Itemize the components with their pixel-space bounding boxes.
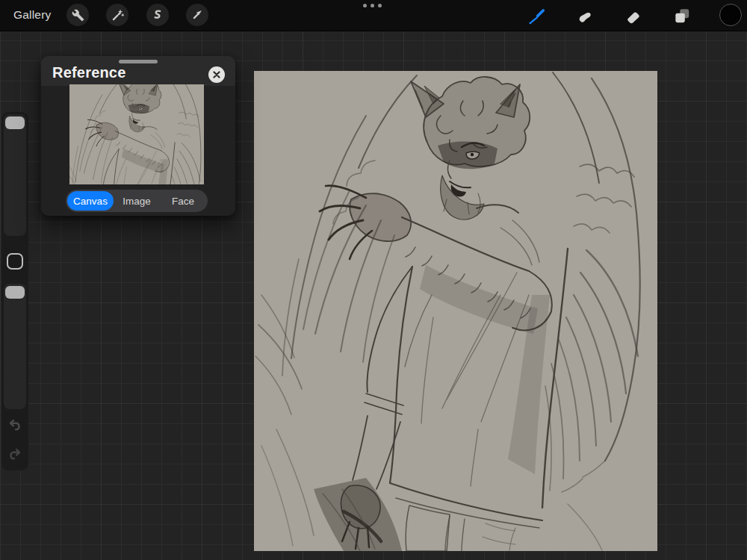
redo-button[interactable]	[5, 445, 25, 461]
smudge-tool-button[interactable]	[574, 5, 595, 26]
brush-opacity-handle[interactable]	[5, 286, 25, 299]
undo-arrow-icon	[5, 416, 25, 432]
gallery-button[interactable]: Gallery	[13, 8, 52, 22]
brush-size-handle[interactable]	[5, 116, 25, 129]
transform-arrow-icon	[190, 8, 204, 22]
reference-thumbnail-sketch	[69, 84, 204, 184]
tab-image[interactable]: Image	[114, 191, 160, 211]
reference-tabs: Canvas Image Face	[66, 190, 208, 212]
modify-button[interactable]	[7, 253, 23, 270]
ellipsis-dot	[363, 4, 367, 7]
brush-opacity-slider[interactable]	[4, 284, 26, 409]
wrench-icon	[72, 9, 84, 22]
artwork-sketch	[254, 71, 657, 551]
erase-tool-button[interactable]	[623, 5, 644, 26]
reference-thumbnail[interactable]	[69, 84, 204, 184]
layers-icon	[672, 6, 692, 25]
selection-button[interactable]	[146, 4, 169, 26]
magic-wand-icon	[111, 8, 125, 22]
eraser-icon	[624, 6, 643, 25]
smudge-finger-icon	[575, 6, 595, 25]
paintbrush-icon	[527, 6, 546, 25]
undo-button[interactable]	[5, 416, 25, 432]
drag-handle[interactable]	[119, 60, 158, 63]
canvas-menu-ellipsis[interactable]	[363, 4, 382, 7]
reference-panel-header[interactable]: Reference	[41, 56, 235, 86]
adjustments-button[interactable]	[106, 4, 128, 26]
transform-button[interactable]	[186, 4, 208, 26]
close-x-icon	[213, 71, 220, 78]
brush-sidebar	[1, 112, 28, 470]
brush-tool-button[interactable]	[526, 5, 547, 26]
layers-button[interactable]	[672, 5, 692, 26]
tab-face[interactable]: Face	[160, 191, 206, 211]
reference-panel[interactable]: Reference Canvas Image Face	[41, 56, 235, 216]
top-toolbar: Gallery	[0, 0, 747, 31]
drawing-canvas[interactable]	[254, 71, 657, 551]
actions-button[interactable]	[66, 4, 89, 26]
redo-arrow-icon	[5, 445, 25, 461]
selection-s-icon	[151, 8, 164, 22]
reference-panel-title: Reference	[52, 64, 126, 81]
color-swatch[interactable]	[719, 4, 742, 26]
close-button[interactable]	[208, 66, 225, 83]
ellipsis-dot	[378, 4, 382, 7]
tab-canvas[interactable]: Canvas	[67, 191, 114, 211]
brush-size-slider[interactable]	[4, 114, 26, 236]
ellipsis-dot	[371, 4, 374, 7]
